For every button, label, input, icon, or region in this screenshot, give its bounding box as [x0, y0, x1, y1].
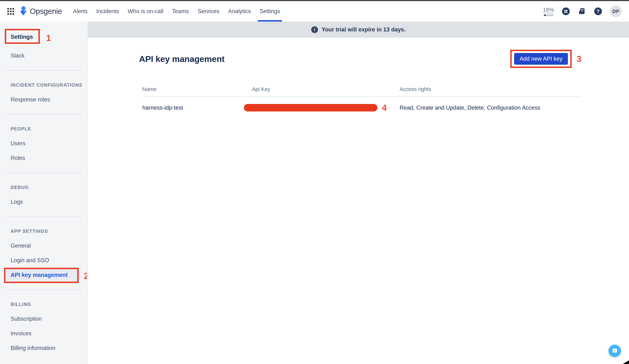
usage-percent-label: 16%	[543, 6, 554, 13]
nav-item-teams[interactable]: Teams	[172, 1, 189, 21]
whats-new-icon[interactable]	[578, 7, 586, 15]
sidebar-section-incident-configurations: INCIDENT CONFIGURATIONS	[0, 78, 87, 92]
sidebar-item-api-key-management[interactable]: API key management 2	[0, 268, 87, 282]
sidebar-item-response-roles[interactable]: Response roles	[0, 92, 87, 107]
nav-item-services[interactable]: Services	[198, 1, 219, 21]
api-keys-table: Name Api Key Access rights harness-idp-t…	[142, 86, 581, 119]
sidebar-section-debug: DEBUG	[0, 180, 87, 195]
column-header-name: Name	[142, 86, 244, 92]
annotation-box-3: Add new API key	[510, 50, 572, 68]
sidebar-item-subscription[interactable]: Subscription	[0, 312, 87, 326]
annotation-number-3: 3	[577, 54, 581, 64]
settings-sidebar: Settings 1 Slack INCIDENT CONFIGURATIONS…	[0, 21, 87, 364]
sidebar-section-billing: BILLING	[0, 297, 87, 312]
help-icon[interactable]: ?	[594, 7, 602, 15]
page-header: API key management Add new API key 3	[139, 50, 581, 68]
nav-item-analytics[interactable]: Analytics	[228, 1, 251, 21]
sidebar-divider	[0, 107, 87, 121]
api-key-name-cell: harness-idp-test	[142, 104, 244, 111]
info-icon: i	[311, 26, 318, 33]
sidebar-item-general[interactable]: General	[0, 238, 87, 253]
sidebar-item-logs[interactable]: Logs	[0, 195, 87, 209]
table-header-row: Name Api Key Access rights	[142, 86, 581, 97]
column-header-access-rights: Access rights	[400, 86, 581, 92]
top-navbar: Opsgenie Alerts Incidents Who is on-call…	[0, 1, 629, 21]
primary-nav: Alerts Incidents Who is on-call Teams Se…	[73, 1, 280, 21]
window-top-edge	[0, 0, 629, 1]
trial-usage-indicator[interactable]: 16%	[543, 6, 554, 16]
access-rights-cell: Read, Create and Update, Delete, Configu…	[400, 104, 581, 111]
sidebar-section-app-settings: APP SETTINGS	[0, 224, 87, 238]
trial-banner-text: Your trial will expire in 13 days.	[322, 26, 406, 33]
sidebar-divider	[0, 282, 87, 297]
sidebar-item-billing-information[interactable]: Billing information	[0, 341, 87, 356]
annotation-number-4: 4	[382, 103, 387, 113]
screen-corner-artifact	[623, 360, 629, 364]
trial-banner: i Your trial will expire in 13 days.	[88, 21, 629, 38]
redacted-api-key-bar	[244, 104, 377, 111]
table-row[interactable]: harness-idp-test 4 Read, Create and Upda…	[142, 97, 581, 119]
annotation-number-2: 2	[84, 271, 87, 281]
annotation-number-1: 1	[46, 33, 51, 43]
app-switcher-icon[interactable]	[7, 8, 14, 15]
opsgenie-logo[interactable]: Opsgenie	[19, 6, 62, 17]
column-header-api-key: Api Key	[244, 86, 400, 92]
sidebar-item-users[interactable]: Users	[0, 136, 87, 151]
sidebar-item-slack[interactable]: Slack	[0, 48, 87, 63]
sidebar-settings-label[interactable]: Settings	[11, 34, 33, 40]
nav-item-settings[interactable]: Settings	[260, 1, 280, 21]
sidebar-item-invoices[interactable]: Invoices	[0, 326, 87, 341]
add-key-button-group: Add new API key 3	[510, 50, 581, 68]
opsgenie-settings-screen: Opsgenie Alerts Incidents Who is on-call…	[0, 0, 629, 364]
api-key-value-cell: 4	[244, 103, 400, 113]
sidebar-divider	[0, 63, 87, 78]
product-name: Opsgenie	[30, 7, 62, 16]
page-title: API key management	[139, 54, 224, 64]
nav-item-alerts[interactable]: Alerts	[73, 1, 87, 21]
user-avatar[interactable]: DP	[610, 5, 622, 17]
chat-bubble-icon	[611, 347, 618, 354]
discover-compass-icon[interactable]	[562, 7, 570, 15]
sidebar-item-settings-root[interactable]: Settings 1	[0, 30, 87, 44]
usage-progress-bar	[544, 14, 553, 16]
nav-item-who-is-on-call[interactable]: Who is on-call	[128, 1, 163, 21]
chat-widget-button[interactable]	[609, 345, 621, 357]
sidebar-item-roles[interactable]: Roles	[0, 151, 87, 165]
sidebar-item-login-and-sso[interactable]: Login and SSO	[0, 253, 87, 268]
nav-item-incidents[interactable]: Incidents	[96, 1, 119, 21]
sidebar-divider	[0, 165, 87, 180]
sidebar-divider	[0, 209, 87, 224]
navbar-right-cluster: 16% ? DP	[543, 5, 622, 17]
add-new-api-key-button[interactable]: Add new API key	[514, 53, 568, 65]
main-content: i Your trial will expire in 13 days. API…	[88, 21, 629, 364]
opsgenie-genie-icon	[19, 6, 28, 17]
sidebar-section-people: PEOPLE	[0, 121, 87, 136]
